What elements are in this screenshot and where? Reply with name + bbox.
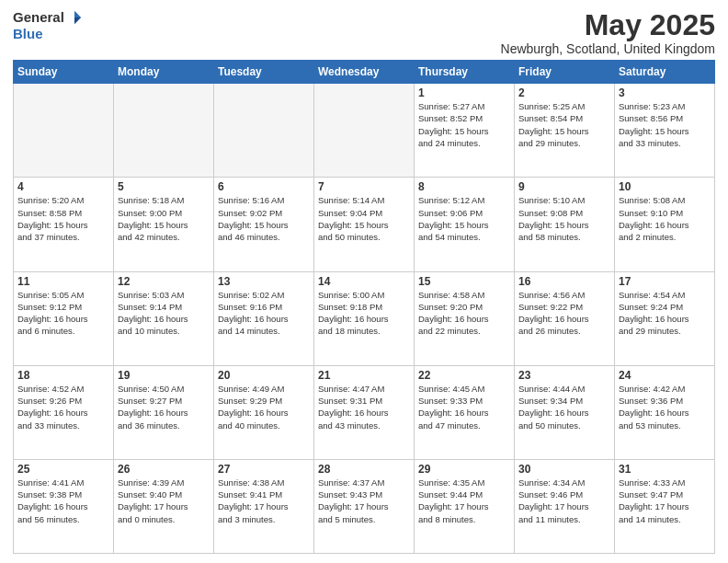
table-row: 17Sunrise: 4:54 AM Sunset: 9:24 PM Dayli… bbox=[615, 271, 715, 365]
table-row: 19Sunrise: 4:50 AM Sunset: 9:27 PM Dayli… bbox=[114, 365, 214, 459]
day-number: 15 bbox=[418, 275, 510, 288]
day-info: Sunrise: 4:34 AM Sunset: 9:46 PM Dayligh… bbox=[518, 477, 610, 525]
logo-flag-icon bbox=[66, 9, 83, 26]
day-number: 24 bbox=[619, 369, 711, 382]
day-info: Sunrise: 4:37 AM Sunset: 9:43 PM Dayligh… bbox=[318, 477, 410, 525]
table-row: 21Sunrise: 4:47 AM Sunset: 9:31 PM Dayli… bbox=[314, 365, 415, 459]
logo-general-text: General bbox=[13, 9, 64, 26]
table-row: 10Sunrise: 5:08 AM Sunset: 9:10 PM Dayli… bbox=[615, 178, 715, 271]
table-row: 14Sunrise: 5:00 AM Sunset: 9:18 PM Dayli… bbox=[314, 271, 415, 365]
day-info: Sunrise: 4:41 AM Sunset: 9:38 PM Dayligh… bbox=[17, 477, 109, 525]
table-row: 20Sunrise: 4:49 AM Sunset: 9:29 PM Dayli… bbox=[214, 365, 314, 459]
day-number: 16 bbox=[518, 275, 610, 288]
day-info: Sunrise: 5:10 AM Sunset: 9:08 PM Dayligh… bbox=[518, 194, 610, 243]
day-info: Sunrise: 5:23 AM Sunset: 8:56 PM Dayligh… bbox=[619, 100, 711, 149]
day-info: Sunrise: 4:47 AM Sunset: 9:31 PM Dayligh… bbox=[318, 383, 410, 431]
day-info: Sunrise: 5:27 AM Sunset: 8:52 PM Dayligh… bbox=[418, 100, 510, 149]
table-row: 23Sunrise: 4:44 AM Sunset: 9:34 PM Dayli… bbox=[515, 365, 615, 459]
table-row: 9Sunrise: 5:10 AM Sunset: 9:08 PM Daylig… bbox=[515, 178, 615, 271]
col-wednesday: Wednesday bbox=[314, 61, 415, 84]
day-number: 21 bbox=[318, 369, 410, 382]
day-info: Sunrise: 4:38 AM Sunset: 9:41 PM Dayligh… bbox=[218, 477, 310, 525]
day-number: 6 bbox=[218, 180, 310, 193]
day-info: Sunrise: 4:39 AM Sunset: 9:40 PM Dayligh… bbox=[118, 477, 210, 525]
day-number: 20 bbox=[218, 369, 310, 382]
day-info: Sunrise: 4:56 AM Sunset: 9:22 PM Dayligh… bbox=[518, 289, 610, 338]
table-row: 6Sunrise: 5:16 AM Sunset: 9:02 PM Daylig… bbox=[214, 178, 314, 271]
day-info: Sunrise: 4:45 AM Sunset: 9:33 PM Dayligh… bbox=[418, 383, 510, 431]
page: General Blue May 2025 Newburgh, Scotland… bbox=[0, 0, 728, 563]
day-number: 17 bbox=[619, 275, 711, 288]
table-row: 24Sunrise: 4:42 AM Sunset: 9:36 PM Dayli… bbox=[615, 365, 715, 459]
day-info: Sunrise: 5:12 AM Sunset: 9:06 PM Dayligh… bbox=[418, 194, 510, 243]
day-number: 7 bbox=[318, 180, 410, 193]
day-number: 4 bbox=[17, 180, 109, 193]
day-info: Sunrise: 4:50 AM Sunset: 9:27 PM Dayligh… bbox=[118, 383, 210, 431]
day-number: 11 bbox=[17, 275, 109, 288]
calendar-week-row: 11Sunrise: 5:05 AM Sunset: 9:12 PM Dayli… bbox=[14, 271, 715, 365]
calendar-table: Sunday Monday Tuesday Wednesday Thursday… bbox=[13, 60, 715, 554]
table-row bbox=[14, 84, 114, 178]
day-info: Sunrise: 4:33 AM Sunset: 9:47 PM Dayligh… bbox=[619, 477, 711, 525]
col-thursday: Thursday bbox=[415, 61, 515, 84]
day-number: 28 bbox=[318, 463, 410, 476]
day-number: 14 bbox=[318, 275, 410, 288]
day-info: Sunrise: 5:03 AM Sunset: 9:14 PM Dayligh… bbox=[118, 289, 210, 338]
table-row: 16Sunrise: 4:56 AM Sunset: 9:22 PM Dayli… bbox=[515, 271, 615, 365]
calendar-week-row: 1Sunrise: 5:27 AM Sunset: 8:52 PM Daylig… bbox=[14, 84, 715, 178]
day-number: 9 bbox=[518, 180, 610, 193]
table-row: 5Sunrise: 5:18 AM Sunset: 9:00 PM Daylig… bbox=[114, 178, 214, 271]
day-info: Sunrise: 4:44 AM Sunset: 9:34 PM Dayligh… bbox=[518, 383, 610, 431]
table-row: 31Sunrise: 4:33 AM Sunset: 9:47 PM Dayli… bbox=[615, 459, 715, 553]
header: General Blue May 2025 Newburgh, Scotland… bbox=[13, 9, 715, 56]
calendar-week-row: 25Sunrise: 4:41 AM Sunset: 9:38 PM Dayli… bbox=[14, 459, 715, 553]
day-info: Sunrise: 5:00 AM Sunset: 9:18 PM Dayligh… bbox=[318, 289, 410, 338]
table-row bbox=[214, 84, 314, 178]
day-info: Sunrise: 4:58 AM Sunset: 9:20 PM Dayligh… bbox=[418, 289, 510, 338]
logo-blue-text: Blue bbox=[13, 26, 43, 41]
col-monday: Monday bbox=[114, 61, 214, 84]
day-info: Sunrise: 5:08 AM Sunset: 9:10 PM Dayligh… bbox=[619, 194, 711, 243]
day-number: 25 bbox=[17, 463, 109, 476]
day-number: 18 bbox=[17, 369, 109, 382]
table-row: 13Sunrise: 5:02 AM Sunset: 9:16 PM Dayli… bbox=[214, 271, 314, 365]
location: Newburgh, Scotland, United Kingdom bbox=[501, 41, 715, 56]
day-info: Sunrise: 4:49 AM Sunset: 9:29 PM Dayligh… bbox=[218, 383, 310, 431]
table-row: 29Sunrise: 4:35 AM Sunset: 9:44 PM Dayli… bbox=[415, 459, 515, 553]
day-info: Sunrise: 5:18 AM Sunset: 9:00 PM Dayligh… bbox=[118, 194, 210, 243]
day-number: 30 bbox=[518, 463, 610, 476]
day-info: Sunrise: 5:14 AM Sunset: 9:04 PM Dayligh… bbox=[318, 194, 410, 243]
day-info: Sunrise: 4:42 AM Sunset: 9:36 PM Dayligh… bbox=[619, 383, 711, 431]
table-row: 18Sunrise: 4:52 AM Sunset: 9:26 PM Dayli… bbox=[14, 365, 114, 459]
table-row: 1Sunrise: 5:27 AM Sunset: 8:52 PM Daylig… bbox=[415, 84, 515, 178]
table-row: 26Sunrise: 4:39 AM Sunset: 9:40 PM Dayli… bbox=[114, 459, 214, 553]
day-info: Sunrise: 4:52 AM Sunset: 9:26 PM Dayligh… bbox=[17, 383, 109, 431]
table-row: 3Sunrise: 5:23 AM Sunset: 8:56 PM Daylig… bbox=[615, 84, 715, 178]
logo: General Blue bbox=[13, 9, 83, 42]
day-info: Sunrise: 5:05 AM Sunset: 9:12 PM Dayligh… bbox=[17, 289, 109, 338]
day-number: 31 bbox=[619, 463, 711, 476]
day-number: 29 bbox=[418, 463, 510, 476]
svg-marker-1 bbox=[74, 17, 81, 24]
table-row bbox=[114, 84, 214, 178]
day-info: Sunrise: 5:25 AM Sunset: 8:54 PM Dayligh… bbox=[518, 100, 610, 149]
day-number: 8 bbox=[418, 180, 510, 193]
col-tuesday: Tuesday bbox=[214, 61, 314, 84]
day-number: 5 bbox=[118, 180, 210, 193]
table-row: 27Sunrise: 4:38 AM Sunset: 9:41 PM Dayli… bbox=[214, 459, 314, 553]
table-row: 30Sunrise: 4:34 AM Sunset: 9:46 PM Dayli… bbox=[515, 459, 615, 553]
day-info: Sunrise: 5:02 AM Sunset: 9:16 PM Dayligh… bbox=[218, 289, 310, 338]
table-row: 15Sunrise: 4:58 AM Sunset: 9:20 PM Dayli… bbox=[415, 271, 515, 365]
month-title: May 2025 bbox=[501, 9, 715, 41]
table-row: 7Sunrise: 5:14 AM Sunset: 9:04 PM Daylig… bbox=[314, 178, 415, 271]
table-row bbox=[314, 84, 415, 178]
day-number: 26 bbox=[118, 463, 210, 476]
col-friday: Friday bbox=[515, 61, 615, 84]
day-info: Sunrise: 5:16 AM Sunset: 9:02 PM Dayligh… bbox=[218, 194, 310, 243]
day-number: 23 bbox=[518, 369, 610, 382]
col-saturday: Saturday bbox=[615, 61, 715, 84]
day-number: 19 bbox=[118, 369, 210, 382]
day-number: 1 bbox=[418, 86, 510, 99]
calendar-header-row: Sunday Monday Tuesday Wednesday Thursday… bbox=[14, 61, 715, 84]
table-row: 11Sunrise: 5:05 AM Sunset: 9:12 PM Dayli… bbox=[14, 271, 114, 365]
